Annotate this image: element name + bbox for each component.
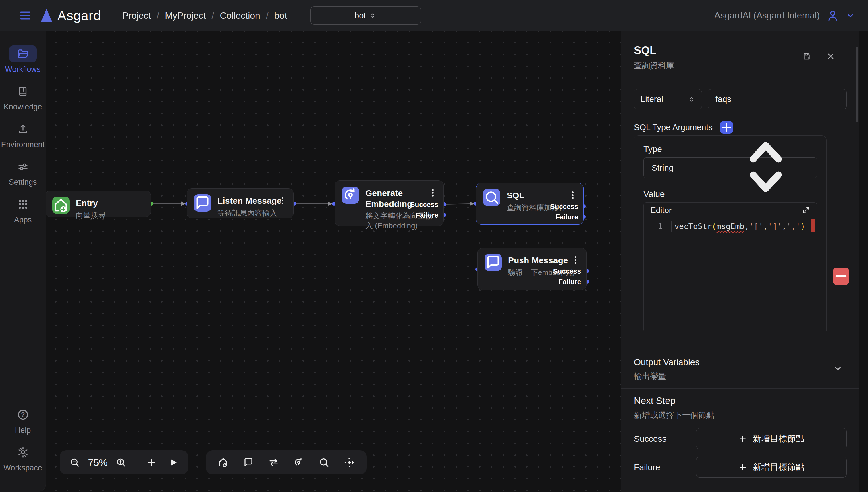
sidebar-item-label: Workflows bbox=[5, 65, 41, 74]
sidebar-item-label: Apps bbox=[14, 216, 32, 224]
panel-body: Literal faqs SQL Type Arguments Type Str… bbox=[621, 71, 859, 331]
node-title: Push Message bbox=[508, 255, 576, 266]
code-content: vecToStr(msgEmb,'[',']',',') bbox=[671, 221, 808, 232]
plus-icon bbox=[738, 463, 747, 472]
expand-editor-icon[interactable] bbox=[802, 206, 810, 214]
chat-icon bbox=[194, 194, 211, 212]
bulb-refresh-icon bbox=[342, 187, 359, 204]
node-push-message[interactable]: Push Message驗證一下embed內容SuccessFailure bbox=[477, 248, 587, 290]
node-listen-message[interactable]: Listen Message等待訊息內容輸入 bbox=[187, 188, 293, 218]
workflow-select-value: bot bbox=[354, 11, 366, 20]
value-name-input[interactable]: faqs bbox=[708, 89, 847, 109]
add-target-node-button[interactable]: 新增目標節點 bbox=[696, 457, 847, 477]
next-step-title: Next Step bbox=[634, 395, 847, 407]
breadcrumb-item-collection[interactable]: Collection bbox=[220, 10, 260, 21]
value-name-text: faqs bbox=[715, 95, 731, 104]
code-token: , bbox=[744, 222, 749, 231]
workflow-select[interactable]: bot bbox=[310, 6, 421, 25]
sidebar-item-knowledge[interactable]: Knowledge bbox=[0, 83, 46, 112]
editor-title: Editor bbox=[650, 206, 671, 215]
sidebar-item-apps[interactable]: Apps bbox=[0, 196, 46, 224]
breadcrumb-item-myproject[interactable]: MyProject bbox=[165, 10, 206, 21]
node-title: Entry bbox=[76, 198, 106, 208]
account-chevron-down-icon[interactable] bbox=[846, 10, 856, 20]
kebab-menu-icon[interactable] bbox=[568, 189, 578, 201]
type-select[interactable]: String bbox=[643, 157, 817, 178]
toolbar-swap-icon[interactable] bbox=[268, 457, 279, 468]
type-select-value: String bbox=[652, 163, 673, 173]
node-sql[interactable]: SQL查詢資料庫加條件SuccessFailure bbox=[476, 183, 584, 225]
code-token: , bbox=[782, 222, 786, 231]
toolbar-chat-icon[interactable] bbox=[243, 457, 254, 468]
next-step-row-success: Success新增目標節點 bbox=[634, 428, 847, 449]
zoom-level: 75% bbox=[87, 457, 108, 468]
chat-icon bbox=[485, 254, 502, 271]
toolbar-search-icon[interactable] bbox=[318, 457, 330, 468]
sidebar-item-help[interactable]: ?Help bbox=[0, 407, 46, 435]
sidebar-item-workflows[interactable]: Workflows bbox=[0, 45, 46, 74]
code-token: vecToStr bbox=[674, 222, 712, 231]
plus-icon bbox=[738, 435, 747, 443]
output-variables-subtitle: 輸出變量 bbox=[634, 371, 847, 382]
breadcrumb-separator: / bbox=[211, 10, 214, 21]
panel-subtitle: 查詢資料庫 bbox=[634, 60, 847, 71]
code-editor[interactable]: Editor 1 vecToStr(msgEmb,'[',']',',') bbox=[643, 202, 817, 331]
zoom-out-button[interactable] bbox=[70, 457, 80, 468]
toolbar-divider bbox=[136, 454, 136, 470]
remove-argument-button[interactable] bbox=[833, 268, 849, 285]
kebab-menu-icon[interactable] bbox=[571, 254, 581, 266]
kebab-menu-icon[interactable] bbox=[278, 195, 287, 206]
output-port-label-success: Success bbox=[550, 203, 578, 211]
code-token: '[' bbox=[749, 222, 763, 231]
breadcrumb-item-bot[interactable]: bot bbox=[274, 10, 287, 21]
sidebar-item-label: Help bbox=[15, 426, 31, 435]
node-config-panel: SQL 查詢資料庫 Literal faqs SQL Type Argument… bbox=[621, 31, 859, 492]
code-token: ',' bbox=[786, 222, 800, 231]
breadcrumb-separator: / bbox=[266, 10, 269, 21]
next-step-section: Next Step 新增或選擇下一個節點 Success新增目標節點Failur… bbox=[621, 388, 859, 492]
node-palette-toolbar bbox=[206, 450, 366, 474]
next-step-outcome-label: Success bbox=[634, 434, 696, 444]
editor-error-marker bbox=[811, 219, 815, 232]
literal-type-select[interactable]: Literal bbox=[634, 89, 702, 109]
collapse-chevron-icon[interactable] bbox=[833, 364, 843, 373]
sidebar-item-environment[interactable]: Environment bbox=[0, 121, 46, 149]
node-entry[interactable]: Entry向量搜尋 bbox=[45, 191, 151, 217]
hamburger-menu-icon[interactable] bbox=[18, 9, 32, 22]
node-subtitle: 向量搜尋 bbox=[76, 211, 106, 220]
sidebar-item-label: Knowledge bbox=[4, 103, 42, 112]
add-target-node-button[interactable]: 新增目標節點 bbox=[696, 428, 847, 449]
panel-header: SQL 查詢資料庫 bbox=[621, 31, 859, 71]
sliders-icon bbox=[17, 161, 29, 173]
close-icon[interactable] bbox=[826, 52, 835, 61]
sidebar-item-settings[interactable]: Settings bbox=[0, 158, 46, 187]
sql-type-arguments-label: SQL Type Arguments bbox=[634, 123, 713, 132]
node-generate-embedding[interactable]: Generate Embedding將文字轉化為向量嵌入 (Embedding)… bbox=[335, 180, 444, 226]
next-step-row-failure: Failure新增目標節點 bbox=[634, 457, 847, 477]
run-workflow-button[interactable] bbox=[168, 457, 178, 468]
left-sidebar: WorkflowsKnowledgeEnvironmentSettingsApp… bbox=[0, 31, 46, 492]
save-icon[interactable] bbox=[802, 52, 811, 61]
next-step-subtitle: 新增或選擇下一個節點 bbox=[634, 410, 847, 421]
sidebar-item-workspace[interactable]: Workspace bbox=[0, 444, 46, 472]
toolbar-house-plus-icon[interactable] bbox=[218, 457, 229, 468]
output-port-label-success: Success bbox=[410, 201, 438, 208]
toolbar-bulb-refresh-icon[interactable] bbox=[293, 457, 304, 468]
kebab-menu-icon[interactable] bbox=[428, 187, 438, 199]
editor-header: Editor bbox=[644, 203, 817, 218]
line-number: 1 bbox=[644, 222, 671, 231]
breadcrumb-separator: / bbox=[156, 10, 159, 21]
literal-select-value: Literal bbox=[640, 95, 663, 104]
user-avatar-icon[interactable] bbox=[826, 9, 839, 22]
account-label: AsgardAI (Asgard Internal) bbox=[714, 10, 820, 21]
zoom-in-button[interactable] bbox=[116, 457, 126, 468]
output-port-label-failure: Failure bbox=[416, 211, 438, 219]
app-title: Asgard bbox=[57, 8, 101, 23]
code-line[interactable]: 1 vecToStr(msgEmb,'[',']',',') bbox=[644, 221, 817, 232]
sidebar-item-label: Environment bbox=[1, 140, 45, 149]
toolbar-move-icon[interactable] bbox=[343, 457, 355, 468]
code-token: ( bbox=[712, 222, 716, 231]
add-button[interactable] bbox=[146, 457, 156, 468]
breadcrumb-item-project[interactable]: Project bbox=[122, 10, 151, 21]
book-icon bbox=[17, 85, 29, 97]
